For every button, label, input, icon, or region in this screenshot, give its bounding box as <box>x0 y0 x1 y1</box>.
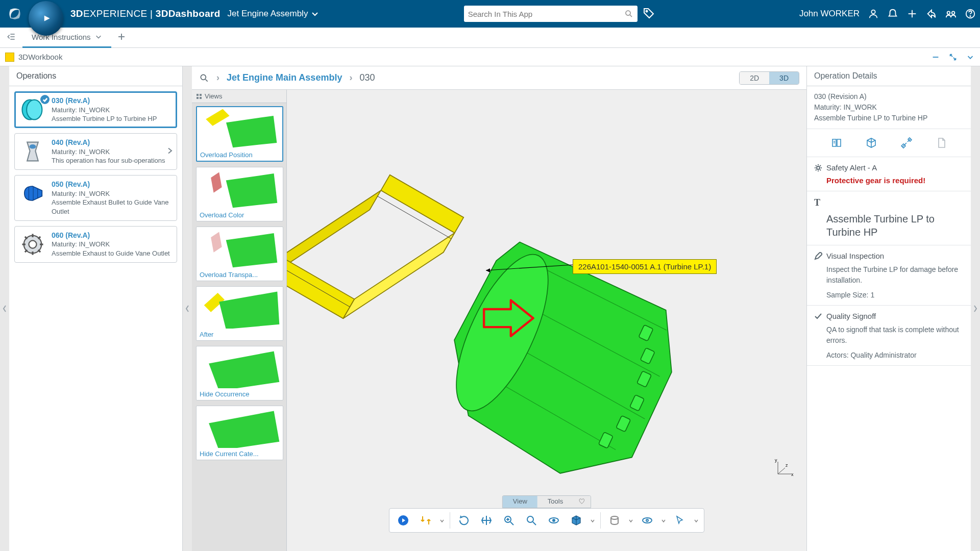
operations-header: Operations <box>9 66 182 86</box>
pencil-icon <box>814 252 822 260</box>
breadcrumb-root[interactable]: Jet Engine Main Assembly <box>227 72 342 83</box>
3d-viewport[interactable]: 226A101-1540-0051 A.1 (Turbine LP.1) yxz… <box>287 90 806 551</box>
dropdown-caret-icon[interactable] <box>439 516 445 525</box>
cube-view-button[interactable] <box>568 512 585 529</box>
cylinder-button[interactable] <box>606 512 623 529</box>
instructions-tab-icon[interactable] <box>829 135 844 151</box>
chevron-right-icon[interactable] <box>166 147 174 156</box>
view-label: Overload Transpa... <box>199 269 281 279</box>
app-icon <box>5 53 14 62</box>
dropdown-caret-icon[interactable] <box>628 516 633 525</box>
center-panel: › Jet Engine Main Assembly › 030 2D 3D V… <box>192 66 806 551</box>
view-thumb-overload-transparency[interactable]: Overload Transpa... <box>196 227 283 281</box>
svg-point-73 <box>611 516 618 519</box>
safety-alert-section: Safety Alert - A Protective gear is requ… <box>807 157 971 191</box>
svg-text:x: x <box>791 472 794 477</box>
svg-marker-40 <box>211 232 222 252</box>
checkmark-icon <box>40 95 50 104</box>
views-tab[interactable]: Views <box>192 90 286 103</box>
operation-desc: Assemble Exhaust to Guide Vane Outlet <box>52 249 170 258</box>
chevron-down-icon[interactable] <box>95 33 102 40</box>
operation-desc: This operation has four sub-operations <box>52 156 165 165</box>
rotate-button[interactable] <box>455 512 473 529</box>
svg-line-31 <box>206 79 208 81</box>
favorite-icon[interactable] <box>573 496 591 508</box>
view-thumb-overload-position[interactable]: Overload Position <box>196 106 283 162</box>
operation-card-030[interactable]: 030 (Rev.A) Maturity: IN_WORK Assemble T… <box>14 91 177 128</box>
context-dropdown[interactable]: Jet Engine Assembly <box>228 9 320 19</box>
operation-card-060[interactable]: 060 (Rev.A) Maturity: IN_WORK Assemble E… <box>14 226 177 263</box>
top-bar: 3DEXPERIENCE | 3DDashboard Jet Engine As… <box>0 0 980 28</box>
operations-list: 030 (Rev.A) Maturity: IN_WORK Assemble T… <box>9 86 182 268</box>
minimize-icon[interactable] <box>931 53 940 62</box>
breadcrumb-sep: › <box>216 72 219 83</box>
toggle-2d[interactable]: 2D <box>740 72 769 84</box>
view-mode-toggle: 2D 3D <box>739 71 799 85</box>
tools-tab-icon[interactable] <box>899 135 914 151</box>
search-box[interactable] <box>464 6 638 22</box>
operation-title: 040 (Rev.A) <box>52 138 165 147</box>
axis-triad: yxz <box>774 458 794 480</box>
add-icon[interactable] <box>906 8 918 19</box>
profile-icon[interactable] <box>868 8 879 19</box>
brand-title: 3DEXPERIENCE | 3DDashboard <box>70 8 220 19</box>
parts-tab-icon[interactable] <box>864 135 879 151</box>
collab-icon[interactable] <box>945 8 957 19</box>
dropdown-caret-icon[interactable] <box>661 516 666 525</box>
svg-marker-56 <box>486 268 490 272</box>
compass-button[interactable] <box>29 1 63 36</box>
chevron-down-icon[interactable] <box>966 53 975 62</box>
document-tab-icon[interactable] <box>934 135 949 151</box>
search-input[interactable] <box>468 10 624 18</box>
view-label: After <box>199 329 281 338</box>
operation-card-050[interactable]: 050 (Rev.A) Maturity: IN_WORK Assemble E… <box>14 175 177 221</box>
pan-button[interactable] <box>478 512 495 529</box>
main-area: Operations 030 (Rev.A) Maturity: IN_WORK… <box>0 66 980 551</box>
operation-desc: Assemble Exhaust Bullet to Guide Vane Ou… <box>52 198 172 216</box>
toggle-3d[interactable]: 3D <box>769 72 799 84</box>
right-collapse-handle[interactable] <box>971 66 980 551</box>
zoom-area-button[interactable] <box>523 512 540 529</box>
select-cursor-button[interactable] <box>671 512 689 529</box>
left-collapse-handle[interactable] <box>0 66 9 551</box>
text-icon: T <box>814 197 820 208</box>
look-at-button[interactable] <box>545 512 562 529</box>
svg-marker-43 <box>219 291 279 329</box>
svg-rect-32 <box>197 94 199 96</box>
check-icon <box>814 312 822 320</box>
dropdown-caret-icon[interactable] <box>590 516 595 525</box>
add-tab-button[interactable] <box>117 33 126 42</box>
view-thumb-hide-occurrence[interactable]: Hide Occurrence <box>196 346 283 400</box>
svg-point-1 <box>626 11 630 15</box>
view-thumb-hide-current-category[interactable]: Hide Current Cate... <box>196 406 283 460</box>
help-icon[interactable] <box>965 8 976 19</box>
user-name[interactable]: John WORKER <box>799 9 860 19</box>
dropdown-caret-icon[interactable] <box>694 516 699 525</box>
tab-view[interactable]: View <box>503 496 537 508</box>
operation-card-040[interactable]: 040 (Rev.A) Maturity: IN_WORK This opera… <box>14 133 177 170</box>
tabs-menu-icon[interactable] <box>6 32 16 43</box>
operations-panel: Operations 030 (Rev.A) Maturity: IN_WORK… <box>9 66 183 551</box>
swap-button[interactable] <box>417 512 434 529</box>
view-thumb-overload-color[interactable]: Overload Color <box>196 167 283 221</box>
views-collapse-handle[interactable] <box>183 66 192 551</box>
part-callout[interactable]: 226A101-1540-0051 A.1 (Turbine LP.1) <box>573 259 717 274</box>
tab-tools[interactable]: Tools <box>537 496 573 508</box>
details-summary: 030 (Revision A) Maturity: IN_WORK Assem… <box>807 86 971 129</box>
play-compass-button[interactable] <box>395 512 412 529</box>
zoom-button[interactable] <box>500 512 518 529</box>
view-label: Hide Current Cate... <box>199 448 281 458</box>
svg-text:z: z <box>786 463 788 468</box>
tab-bar: Work Instructions <box>0 28 980 48</box>
collapse-icon[interactable] <box>948 53 958 62</box>
visibility-button[interactable] <box>639 512 656 529</box>
search-icon[interactable] <box>199 73 209 83</box>
share-icon[interactable] <box>926 8 937 19</box>
svg-point-3 <box>646 10 647 12</box>
svg-point-21 <box>29 240 36 248</box>
search-icon[interactable] <box>624 9 633 18</box>
tag-icon[interactable] <box>643 7 655 21</box>
operation-icon <box>19 138 46 165</box>
notification-icon[interactable] <box>887 8 898 19</box>
view-thumb-after[interactable]: After <box>196 286 283 341</box>
